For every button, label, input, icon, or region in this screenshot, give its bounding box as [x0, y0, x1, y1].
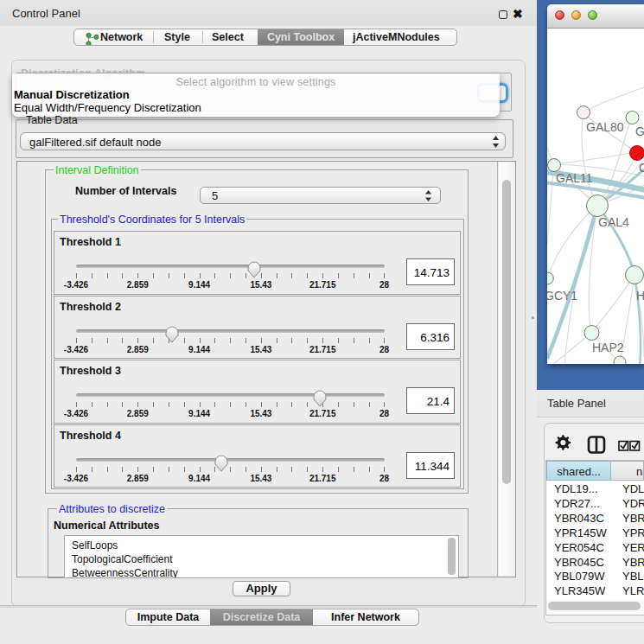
- svg-text:HAP2: HAP2: [592, 341, 624, 354]
- svg-text:GAL4: GAL4: [598, 215, 629, 229]
- svg-text:C: C: [639, 161, 644, 175]
- svg-text:GAL80: GAL80: [586, 120, 624, 134]
- svg-text:GA: GA: [635, 124, 644, 138]
- svg-text:HI: HI: [636, 289, 644, 303]
- svg-text:GCY1: GCY1: [547, 289, 577, 303]
- svg-text:GAL11: GAL11: [556, 171, 593, 185]
